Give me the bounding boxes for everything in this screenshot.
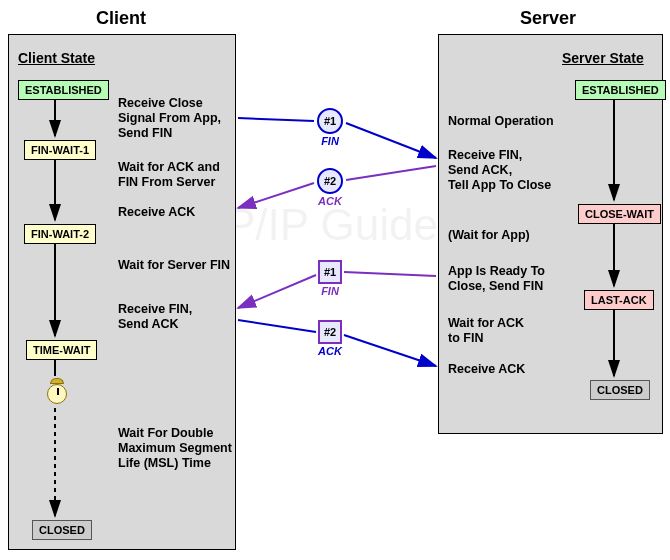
desc-client-4: Wait for Server FIN	[118, 258, 230, 273]
desc-server-4b: Close, Send FIN	[448, 279, 543, 294]
seq-server-fin-label: FIN	[315, 285, 345, 297]
desc-client-2a: Wait for ACK and	[118, 160, 220, 175]
desc-server-6: Receive ACK	[448, 362, 525, 377]
desc-server-5b: to FIN	[448, 331, 483, 346]
desc-client-3: Receive ACK	[118, 205, 195, 220]
state-server-close-wait: CLOSE-WAIT	[578, 204, 661, 224]
svg-line-14	[238, 320, 316, 332]
label-client-state: Client State	[18, 50, 95, 66]
svg-line-9	[346, 123, 436, 158]
state-client-fin-wait-2: FIN-WAIT-2	[24, 224, 96, 244]
seq-client-fin-label: FIN	[315, 135, 345, 147]
desc-server-2a: Receive FIN,	[448, 148, 522, 163]
state-client-fin-wait-1: FIN-WAIT-1	[24, 140, 96, 160]
seq-client-ack-node: #2	[318, 320, 342, 344]
desc-client-6c: Life (MSL) Time	[118, 456, 211, 471]
state-client-established: ESTABLISHED	[18, 80, 109, 100]
desc-client-1c: Send FIN	[118, 126, 172, 141]
desc-server-2b: Send ACK,	[448, 163, 512, 178]
desc-client-6a: Wait For Double	[118, 426, 213, 441]
desc-server-3: (Wait for App)	[448, 228, 530, 243]
svg-line-12	[344, 272, 436, 276]
seq-server-ack-label: ACK	[315, 195, 345, 207]
desc-server-1: Normal Operation	[448, 114, 554, 129]
heading-client: Client	[96, 8, 146, 29]
state-client-time-wait: TIME-WAIT	[26, 340, 97, 360]
desc-client-1a: Receive Close	[118, 96, 203, 111]
seq-client-ack-label: ACK	[315, 345, 345, 357]
desc-server-4a: App Is Ready To	[448, 264, 545, 279]
desc-server-2c: Tell App To Close	[448, 178, 551, 193]
desc-client-2b: FIN From Server	[118, 175, 215, 190]
seq-server-ack-node: #2	[317, 168, 343, 194]
heading-server: Server	[520, 8, 576, 29]
state-server-closed: CLOSED	[590, 380, 650, 400]
timer-icon	[46, 378, 68, 406]
desc-client-6b: Maximum Segment	[118, 441, 232, 456]
desc-client-5a: Receive FIN,	[118, 302, 192, 317]
svg-line-8	[238, 118, 314, 121]
desc-client-5b: Send ACK	[118, 317, 179, 332]
svg-line-15	[344, 335, 436, 366]
svg-line-11	[238, 183, 314, 208]
svg-line-13	[238, 275, 316, 308]
state-client-closed: CLOSED	[32, 520, 92, 540]
seq-server-fin-node: #1	[318, 260, 342, 284]
svg-line-10	[346, 166, 436, 180]
state-server-last-ack: LAST-ACK	[584, 290, 654, 310]
seq-client-fin-node: #1	[317, 108, 343, 134]
state-server-established: ESTABLISHED	[575, 80, 666, 100]
desc-server-5a: Wait for ACK	[448, 316, 524, 331]
desc-client-1b: Signal From App,	[118, 111, 221, 126]
label-server-state: Server State	[562, 50, 644, 66]
